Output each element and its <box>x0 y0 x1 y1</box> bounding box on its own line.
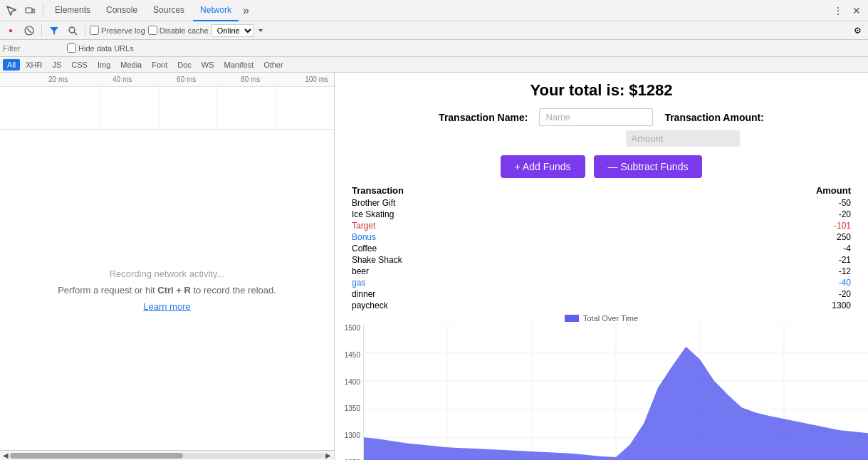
svg-rect-1 <box>33 9 35 13</box>
ruler-mark-80ms: 80 ms <box>241 75 260 83</box>
chart-svg <box>364 324 868 460</box>
filter-tab-media[interactable]: Media <box>116 59 146 70</box>
device-toolbar-icon[interactable] <box>21 2 38 19</box>
filter-tab-css[interactable]: CSS <box>67 59 92 70</box>
devtools-tab-bar: Elements Console Sources Network » ⋮ ✕ <box>0 0 868 21</box>
tx-name-cell: paycheck <box>349 300 645 311</box>
network-toolbar: ● Preserve log Disable cache Online ⚙ <box>0 21 868 40</box>
filter-tab-xhr[interactable]: XHR <box>21 59 46 70</box>
record-button[interactable]: ● <box>3 23 19 38</box>
table-row: Bonus250 <box>349 231 854 243</box>
tx-amount-cell: -12 <box>645 266 854 277</box>
svg-marker-7 <box>258 29 263 32</box>
transaction-name-label: Transaction Name: <box>439 112 528 123</box>
ctrl-r-text: Ctrl + R <box>157 285 191 296</box>
tx-amount-cell: -50 <box>645 197 854 209</box>
throttle-chevron-icon <box>257 27 264 34</box>
yaxis-1300: 1300 <box>345 432 360 439</box>
toolbar-sep-1 <box>41 25 42 36</box>
tx-name-cell: Ice Skating <box>349 209 645 220</box>
table-row: dinner-20 <box>349 288 854 300</box>
network-empty-state: Recording network activity... Perform a … <box>0 130 334 450</box>
legend-color-box <box>565 315 579 322</box>
form-row-amount <box>335 129 868 150</box>
tx-amount-cell: -20 <box>645 288 854 300</box>
filter-tab-manifest[interactable]: Manifest <box>220 59 258 70</box>
toolbar-sep-2 <box>85 25 85 36</box>
preserve-log-checkbox[interactable] <box>90 26 99 35</box>
total-header: Your total is: $1282 <box>335 73 868 105</box>
tx-name-cell: Bonus <box>349 231 645 243</box>
tx-name-cell: Coffee <box>349 243 645 254</box>
filter-tab-doc[interactable]: Doc <box>173 59 196 70</box>
select-element-icon[interactable] <box>3 2 20 19</box>
svg-line-6 <box>74 32 77 35</box>
disable-cache-label[interactable]: Disable cache <box>148 26 209 35</box>
network-settings-icon[interactable]: ⚙ <box>849 23 865 38</box>
chart-container: 1500 1450 1400 1350 1300 1250 <box>335 324 868 460</box>
app-panel: Your total is: $1282 Transaction Name: T… <box>335 73 868 460</box>
chart-plot <box>363 324 868 460</box>
col-header-transaction: Transaction <box>349 184 645 197</box>
table-row: gas-40 <box>349 277 854 288</box>
disable-cache-checkbox[interactable] <box>148 26 157 35</box>
perform-text: Perform a request or hit Ctrl + R to rec… <box>58 285 276 296</box>
tx-name-cell: Brother Gift <box>349 197 645 209</box>
throttle-select[interactable]: Online <box>211 24 254 37</box>
more-options-icon[interactable]: ⋮ <box>830 2 847 19</box>
horizontal-scrollbar[interactable]: ◀ ▶ <box>0 450 334 460</box>
tab-network[interactable]: Network <box>193 0 239 21</box>
preserve-log-label[interactable]: Preserve log <box>90 26 145 35</box>
filter-tab-js[interactable]: JS <box>48 59 66 70</box>
svg-marker-4 <box>50 27 58 35</box>
tab-console[interactable]: Console <box>99 0 145 21</box>
yaxis-1450: 1450 <box>345 351 360 359</box>
table-row: Ice Skating-20 <box>349 209 854 220</box>
more-tabs-button[interactable]: » <box>240 4 252 17</box>
add-funds-button[interactable]: + Add Funds <box>501 155 585 178</box>
yaxis-1400: 1400 <box>345 378 360 386</box>
tx-amount-cell: -21 <box>645 254 854 266</box>
search-button[interactable] <box>65 23 80 38</box>
filter-input[interactable] <box>3 44 60 53</box>
transaction-name-input[interactable] <box>539 108 653 126</box>
table-row: Brother Gift-50 <box>349 197 854 209</box>
hide-data-urls-checkbox[interactable] <box>67 43 76 53</box>
tx-name-cell: Target <box>349 220 645 231</box>
filter-tab-img[interactable]: Img <box>93 59 115 70</box>
stop-button[interactable] <box>21 23 37 38</box>
tab-elements[interactable]: Elements <box>48 0 98 21</box>
action-button-row: + Add Funds — Subtract Funds <box>335 150 868 184</box>
transaction-amount-input[interactable] <box>626 130 740 147</box>
transaction-table: Transaction Amount Brother Gift-50Ice Sk… <box>349 184 854 311</box>
filter-tab-ws[interactable]: WS <box>197 59 219 70</box>
table-row: Coffee-4 <box>349 243 854 254</box>
tx-amount-cell: -20 <box>645 209 854 220</box>
tx-name-cell: dinner <box>349 288 645 300</box>
timeline-ruler: 20 ms 40 ms 60 ms 80 ms 100 ms <box>0 73 334 87</box>
form-row-name: Transaction Name: Transaction Amount: <box>335 105 868 129</box>
svg-rect-0 <box>26 8 32 13</box>
tx-amount-cell: 1300 <box>645 300 854 311</box>
subtract-funds-button[interactable]: — Subtract Funds <box>594 155 703 178</box>
filter-requests-button[interactable] <box>46 23 62 38</box>
filter-tab-all[interactable]: All <box>3 59 20 70</box>
ruler-mark-40ms: 40 ms <box>113 75 132 83</box>
table-row: Shake Shack-21 <box>349 254 854 266</box>
tab-sources[interactable]: Sources <box>146 0 192 21</box>
scroll-left-arrow[interactable]: ◀ <box>1 451 10 459</box>
grid-lines <box>43 87 334 129</box>
filter-tab-font[interactable]: Font <box>147 59 172 70</box>
filter-tab-other[interactable]: Other <box>259 59 288 70</box>
chart-yaxis: 1500 1450 1400 1350 1300 1250 <box>335 324 363 460</box>
scroll-right-arrow[interactable]: ▶ <box>324 451 333 459</box>
chart-area: Total Over Time 1500 1450 1400 1350 1300… <box>335 314 868 460</box>
yaxis-1500: 1500 <box>345 324 360 332</box>
hide-data-urls-label[interactable]: Hide data URLs <box>67 43 134 53</box>
close-devtools-icon[interactable]: ✕ <box>848 2 865 19</box>
scrollbar-track[interactable] <box>10 453 324 459</box>
scrollbar-thumb[interactable] <box>10 453 183 459</box>
learn-more-link[interactable]: Learn more <box>143 301 190 312</box>
chart-legend: Total Over Time <box>335 314 868 323</box>
tab-separator <box>43 4 43 18</box>
